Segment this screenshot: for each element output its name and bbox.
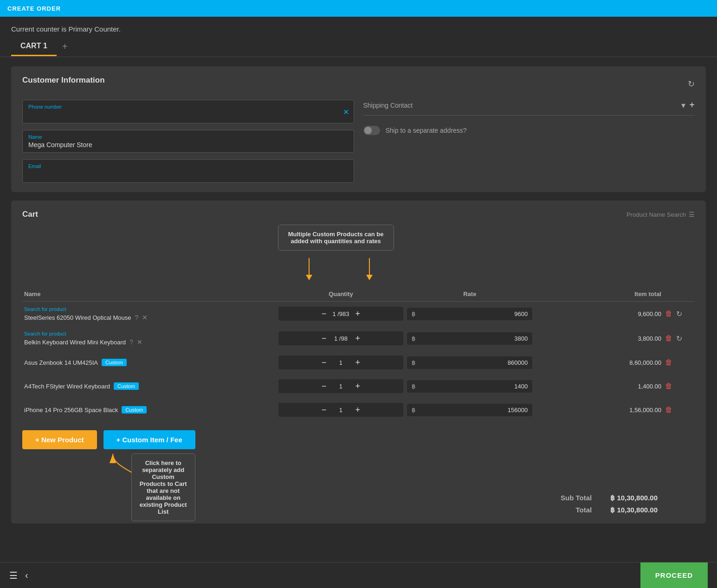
qty-value-0: 1 /983	[329, 310, 352, 317]
table-row: Search for product Belkin Keyboard Wired…	[22, 326, 695, 351]
product-name-cell-1: Search for product Belkin Keyboard Wired…	[24, 331, 275, 346]
new-product-button[interactable]: + New Product	[22, 430, 97, 449]
shipping-dropdown-icon[interactable]: ▾	[681, 100, 685, 110]
delete-btn-1[interactable]: 🗑	[665, 334, 672, 342]
qty-minus-2[interactable]: −	[322, 358, 327, 367]
table-header: Name Quantity Rate Item total	[22, 287, 695, 302]
total-row: Total ฿ 10,30,800.00	[576, 506, 658, 514]
product-name-1: Belkin Keyboard Wired Mini Keyboard ? ✕	[24, 338, 275, 346]
product-name-0: SteelSeries 62050 Wired Optical Mouse ? …	[24, 314, 275, 321]
col-name: Name	[24, 291, 275, 297]
qty-plus-1[interactable]: +	[355, 334, 360, 342]
bottombar-left: ☰ ‹	[9, 570, 28, 581]
close-icon-0[interactable]: ✕	[142, 314, 148, 321]
custom-item-col: + Custom Item / Fee Click here to separa…	[103, 430, 195, 486]
refresh-btn-1[interactable]: ↻	[676, 334, 682, 343]
phone-clear-icon[interactable]: ✕	[343, 107, 349, 116]
product-name-3: A4Tech FStyler Wired Keyboard Custom	[24, 382, 275, 390]
item-total-0: 9,600.00	[536, 310, 661, 317]
cart-buttons-area: + New Product + Custom Item / Fee	[22, 430, 695, 486]
delete-btn-2[interactable]: 🗑	[665, 358, 672, 367]
col-actions	[665, 291, 693, 297]
rate-value-4: 156000	[417, 407, 528, 414]
proceed-button[interactable]: PROCEED	[640, 562, 708, 588]
row-actions-1: 🗑 ↻	[665, 334, 693, 343]
subtotal-row: Sub Total ฿ 10,30,800.00	[561, 494, 658, 502]
product-search-area: Product Name Search ☰	[627, 211, 695, 218]
custom-badge-2: Custom	[102, 359, 127, 366]
qty-minus-4[interactable]: −	[322, 406, 327, 414]
main-content: Customer Information ↻ Phone number ✕ Na…	[0, 57, 717, 541]
ship-separate-toggle[interactable]	[363, 126, 380, 135]
delete-btn-3[interactable]: 🗑	[665, 382, 672, 390]
new-product-col: + New Product	[22, 430, 97, 449]
custom-item-button[interactable]: + Custom Item / Fee	[103, 430, 195, 449]
qty-minus-0[interactable]: −	[322, 310, 327, 318]
delete-btn-4[interactable]: 🗑	[665, 406, 672, 414]
qty-plus-2[interactable]: +	[355, 358, 360, 367]
close-icon-1[interactable]: ✕	[137, 338, 142, 346]
subtotal-label: Sub Total	[561, 494, 592, 502]
help-icon-0[interactable]: ?	[135, 314, 139, 321]
filter-icon[interactable]: ☰	[689, 211, 695, 218]
back-button[interactable]: ‹	[25, 570, 28, 581]
qty-cell-4: − 1 +	[278, 403, 404, 417]
tabs-container: CART 1 +	[0, 37, 717, 57]
counter-info: Current counter is Primary Counter.	[0, 17, 717, 37]
row-actions-0: 🗑 ↻	[665, 310, 693, 318]
qty-plus-3[interactable]: +	[355, 382, 360, 390]
total-value: ฿ 10,30,800.00	[610, 506, 658, 514]
qty-value-3: 1	[329, 383, 352, 390]
rate-value-3: 1400	[417, 383, 528, 390]
tooltip-annotation-area: Multiple Custom Products can be added wi…	[22, 225, 695, 285]
phone-input-group: Phone number ✕	[22, 100, 354, 123]
bottombar: ☰ ‹ PROCEED	[0, 562, 717, 588]
delete-btn-0[interactable]: 🗑	[665, 310, 672, 318]
email-value[interactable]	[28, 170, 348, 179]
qty-minus-1[interactable]: −	[322, 334, 327, 342]
currency-2: ฿	[412, 359, 415, 366]
refresh-btn-0[interactable]: ↻	[676, 310, 682, 318]
name-value[interactable]: Mega Computer Store	[28, 141, 348, 149]
refresh-customer-icon[interactable]: ↻	[688, 79, 695, 89]
rate-value-2: 860000	[417, 359, 528, 366]
custom-badge-4: Custom	[122, 406, 147, 414]
rate-value-0: 9600	[417, 310, 528, 317]
qty-value-1: 1 /98	[329, 335, 352, 342]
qty-plus-4[interactable]: +	[355, 406, 360, 414]
product-name-2: Asus Zenbook 14 UM425IA Custom	[24, 359, 275, 366]
row-actions-2: 🗑	[665, 358, 693, 367]
help-icon-1[interactable]: ?	[129, 338, 133, 346]
shipping-add-icon[interactable]: +	[689, 100, 695, 110]
custom-item-annotation: Click here to separately add Custom Prod…	[103, 449, 187, 486]
phone-value[interactable]	[28, 111, 348, 119]
customer-left-col: Phone number ✕ Name Mega Computer Store …	[22, 100, 354, 183]
row-actions-4: 🗑	[665, 406, 693, 414]
multi-custom-tooltip: Multiple Custom Products can be added wi…	[278, 225, 394, 251]
cart-header: Cart Product Name Search ☰	[22, 210, 695, 219]
arrow-qty	[306, 258, 312, 280]
shipping-contact-row: Shipping Contact ▾ +	[363, 100, 695, 116]
hamburger-icon[interactable]: ☰	[9, 570, 18, 581]
currency-0: ฿	[412, 310, 415, 317]
arrow-rate	[366, 258, 373, 280]
customer-info-title: Customer Information	[22, 76, 105, 85]
col-qty: Quantity	[278, 291, 404, 297]
customer-right-col: Shipping Contact ▾ + Ship to a separate …	[363, 100, 695, 183]
qty-plus-0[interactable]: +	[355, 310, 360, 318]
item-total-1: 3,800.00	[536, 335, 661, 342]
tab-add[interactable]: +	[57, 37, 73, 57]
ship-separate-row: Ship to a separate address?	[363, 126, 695, 135]
rate-cell-2: ฿ 860000	[407, 356, 532, 369]
customer-info-card: Customer Information ↻ Phone number ✕ Na…	[11, 66, 706, 192]
product-name-cell-3: A4Tech FStyler Wired Keyboard Custom	[24, 382, 275, 390]
qty-value-4: 1	[329, 407, 352, 414]
row-actions-3: 🗑	[665, 382, 693, 390]
tab-cart1[interactable]: CART 1	[11, 37, 57, 56]
rate-cell-1: ฿ 3800	[407, 332, 532, 345]
topbar-title: CREATE ORDER	[7, 5, 61, 12]
phone-label: Phone number	[28, 104, 348, 110]
qty-minus-3[interactable]: −	[322, 382, 327, 390]
customer-grid: Phone number ✕ Name Mega Computer Store …	[22, 100, 695, 183]
currency-1: ฿	[412, 335, 415, 342]
